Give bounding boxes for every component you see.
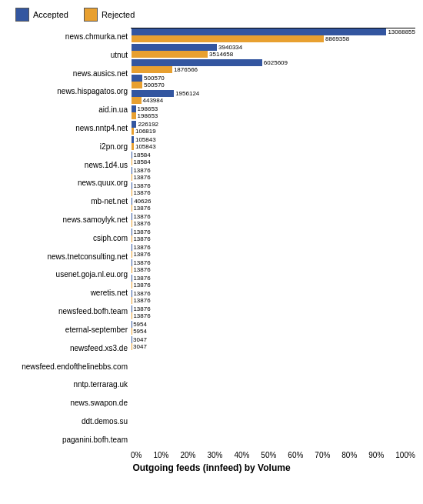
legend-accepted: Accepted [15, 8, 68, 22]
bar-row: 130888558869358 [132, 28, 415, 43]
bar-accepted [132, 59, 262, 66]
bar-row: 1387613876 [132, 243, 415, 259]
bar-accepted-label: 13876 [133, 244, 150, 251]
bar-accepted-label: 226192 [138, 121, 158, 128]
y-label: news.quux.org [8, 179, 128, 187]
y-label: i2pn.org [8, 143, 128, 151]
bar-rejected-label: 18584 [134, 159, 151, 165]
bar-rejected-label: 13876 [133, 297, 150, 304]
x-axis-labels: 0%10%20%30%40%50%60%70%80%90%100% [8, 451, 415, 459]
bar-accepted-label: 500570 [144, 75, 165, 82]
bar-accepted-label: 3047 [133, 336, 147, 343]
y-label: newsfeed.xs3.de [8, 345, 128, 352]
bar-row: 1387613876 [132, 289, 415, 305]
bar-rejected-label: 105843 [135, 143, 156, 150]
legend-accepted-box [15, 8, 29, 22]
bar-row: 60256091876566 [132, 58, 415, 74]
bar-rejected [132, 128, 134, 135]
bar-row: 198653198653 [132, 105, 415, 120]
x-axis-label: 10% [153, 451, 168, 459]
legend-rejected-box [84, 8, 98, 22]
bar-rejected-label: 1876566 [174, 66, 198, 73]
legend-rejected-label: Rejected [102, 10, 135, 19]
y-label: news.nntp4.net [8, 125, 128, 132]
bar-accepted [132, 136, 134, 143]
bar-rejected-label: 500570 [144, 82, 165, 88]
legend-accepted-label: Accepted [33, 10, 68, 19]
bar-accepted-label: 105843 [135, 136, 156, 143]
bar-rejected-label: 5954 [133, 328, 147, 335]
chart-container: Accepted Rejected news.chmurka.netutnutn… [0, 0, 423, 504]
bar-rejected [132, 51, 208, 58]
x-axis-label: 90% [368, 451, 384, 459]
bar-accepted-label: 6025609 [264, 59, 288, 66]
bar-rejected-label: 13876 [133, 205, 150, 212]
bar-accepted-label: 1956124 [175, 90, 199, 97]
bar-row: 500570500570 [132, 74, 415, 89]
bar-accepted-label: 13876 [133, 229, 150, 235]
x-axis-label: 100% [395, 451, 415, 459]
x-axis-label: 0% [131, 451, 142, 459]
bar-accepted-label: 13876 [133, 290, 150, 297]
bar-accepted-label: 40626 [134, 198, 151, 205]
bar-row: 1956124443984 [132, 89, 415, 105]
bar-rejected-label: 13876 [133, 189, 150, 196]
bar-rejected-label: 13876 [133, 174, 150, 181]
bar-row: 1858418584 [132, 151, 415, 166]
bar-accepted [132, 90, 174, 97]
bar-row: 59545954 [132, 320, 415, 335]
y-label: news.1d4.us [8, 162, 128, 169]
bar-rejected-label: 13876 [133, 266, 150, 273]
bar-row: 30473047 [132, 335, 415, 351]
x-axis-label: 50% [261, 451, 276, 459]
bar-row: 226192106819 [132, 120, 415, 135]
y-label: aid.in.ua [8, 106, 128, 114]
y-label: usenet.goja.nl.eu.org [8, 271, 128, 279]
bar-row [132, 351, 415, 366]
x-axis-label: 40% [234, 451, 249, 459]
x-axis-label: 60% [288, 451, 303, 459]
bar-row: 1387613876 [132, 212, 415, 228]
bar-row [132, 366, 415, 382]
bar-accepted [132, 75, 142, 82]
bar-row: 1387613876 [132, 259, 415, 274]
x-axis-label: 80% [341, 451, 357, 459]
bar-row: 39403343514658 [132, 43, 415, 58]
y-label: newsfeed.endofthelinebbs.com [8, 363, 128, 371]
bar-accepted-label: 13876 [133, 213, 150, 220]
bar-accepted-label: 13876 [133, 305, 150, 312]
bar-row: 4062613876 [132, 197, 415, 212]
bars-area: 1308885588693583940334351465860256091876… [131, 28, 415, 28]
bar-rejected [132, 66, 172, 73]
bar-rejected-label: 8869358 [325, 35, 349, 42]
bar-accepted [132, 152, 132, 159]
y-label: news.ausics.net [8, 70, 128, 78]
bar-rejected-label: 13876 [133, 220, 150, 227]
legend-rejected: Rejected [84, 8, 135, 22]
bar-accepted-label: 13876 [133, 182, 150, 189]
bar-rejected [132, 159, 132, 165]
y-label: nntp.terrarag.uk [8, 381, 128, 389]
bar-accepted [132, 121, 136, 128]
bar-rejected-label: 443984 [143, 97, 164, 104]
bar-rejected [132, 35, 324, 42]
x-axis-label: 30% [207, 451, 222, 459]
y-label: ddt.demos.su [8, 418, 128, 426]
y-label: csiph.com [8, 235, 128, 242]
bar-accepted-label: 13088855 [388, 28, 415, 35]
y-label: utnut [8, 52, 128, 59]
y-label: news.samoylyk.net [8, 216, 128, 224]
bar-row: 1387613876 [132, 182, 415, 197]
bar-accepted [132, 198, 132, 205]
bar-row: 1387613876 [132, 274, 415, 289]
bar-accepted-label: 13876 [133, 259, 150, 266]
y-label: news.hispagatos.org [8, 88, 128, 95]
bar-row: 1387613876 [132, 166, 415, 182]
bar-accepted-label: 198653 [138, 105, 158, 112]
bar-rejected [132, 97, 142, 104]
bar-accepted-label: 13876 [133, 167, 150, 174]
x-axis-label: 70% [315, 451, 330, 459]
bar-accepted-label: 18584 [134, 152, 151, 159]
y-label: eternal-september [8, 326, 128, 334]
chart-title: Outgoing feeds (innfeed) by Volume [8, 462, 415, 473]
